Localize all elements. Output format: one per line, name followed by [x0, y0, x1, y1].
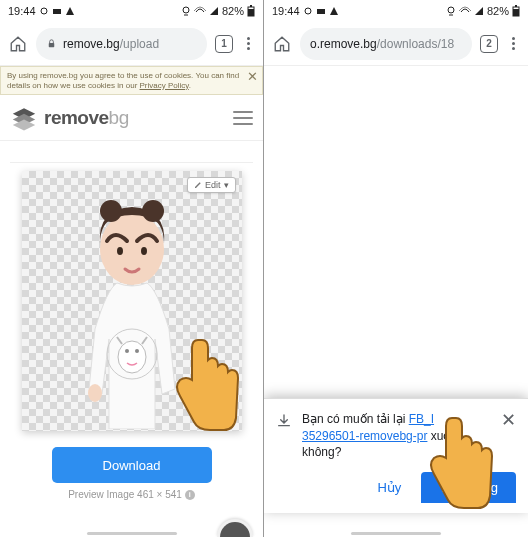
close-icon[interactable]: ✕: [501, 411, 516, 429]
svg-rect-30: [515, 5, 517, 7]
logo-icon: [10, 104, 38, 132]
svg-point-16: [117, 247, 123, 255]
svg-point-0: [41, 8, 47, 14]
browser-bar: remove.bg/upload 1: [0, 22, 263, 66]
svg-point-14: [100, 200, 122, 222]
svg-rect-31: [513, 9, 519, 16]
status-time: 19:44: [272, 5, 300, 17]
svg-rect-9: [49, 43, 55, 47]
pencil-icon: [194, 181, 202, 189]
url-bar[interactable]: remove.bg/upload: [36, 28, 207, 60]
tabs-button[interactable]: 2: [480, 35, 498, 53]
main-content: Edit ▾: [0, 141, 263, 537]
logo[interactable]: removebg: [10, 104, 233, 132]
site-header: removebg: [0, 95, 263, 141]
svg-point-21: [135, 349, 139, 353]
svg-point-17: [141, 247, 147, 255]
privacy-link[interactable]: Privacy Policy: [140, 81, 189, 90]
svg-rect-24: [317, 9, 325, 14]
browser-bar: o.remove.bg/downloads/18 2: [264, 22, 528, 66]
svg-rect-7: [250, 5, 252, 7]
nav-bar-indicator: [87, 532, 177, 535]
svg-point-19: [118, 341, 146, 373]
svg-point-3: [183, 7, 189, 13]
home-icon[interactable]: [8, 35, 28, 53]
svg-marker-25: [330, 7, 338, 15]
svg-marker-2: [66, 7, 74, 15]
status-bar: 19:44 82%: [0, 0, 263, 22]
svg-point-13: [100, 213, 164, 285]
svg-point-15: [142, 200, 164, 222]
preview-text: Preview Image 461 × 541i: [68, 489, 195, 500]
home-icon[interactable]: [272, 35, 292, 53]
url-bar[interactable]: o.remove.bg/downloads/18: [300, 28, 472, 60]
status-battery: 82%: [487, 5, 509, 17]
nav-bar-indicator: [351, 532, 441, 535]
tabs-button[interactable]: 1: [215, 35, 233, 53]
svg-rect-8: [248, 9, 254, 16]
download-confirm-button[interactable]: Tải xuống: [421, 472, 516, 503]
phone-right: 19:44 82% o.remove.bg/downloads/18 2: [264, 0, 528, 537]
phone-left: 19:44 82% remove.bg/upload 1: [0, 0, 264, 537]
more-icon[interactable]: [241, 37, 255, 50]
menu-icon[interactable]: [233, 111, 253, 125]
svg-marker-5: [210, 7, 218, 15]
download-icon: [276, 413, 292, 429]
cancel-button[interactable]: Hủy: [373, 472, 405, 503]
download-prompt-text: Bạn có muốn tải lại FB_I35296501-removeb…: [302, 411, 491, 460]
status-bar: 19:44 82%: [264, 0, 528, 22]
status-battery: 82%: [222, 5, 244, 17]
svg-rect-1: [53, 9, 61, 14]
download-sheet: Bạn có muốn tải lại FB_I35296501-removeb…: [264, 398, 528, 513]
info-icon[interactable]: i: [185, 490, 195, 500]
svg-point-22: [88, 384, 102, 402]
svg-point-20: [125, 349, 129, 353]
download-button[interactable]: Download: [52, 447, 212, 483]
svg-point-26: [448, 7, 454, 13]
cookie-banner: By using remove.bg you agree to the use …: [0, 66, 263, 95]
more-icon[interactable]: [506, 37, 520, 50]
svg-marker-28: [475, 7, 483, 15]
lock-icon: [46, 38, 57, 49]
svg-marker-12: [13, 119, 35, 130]
status-time: 19:44: [8, 5, 36, 17]
person-image: [67, 189, 197, 429]
svg-point-23: [305, 8, 311, 14]
result-canvas: Edit ▾: [22, 171, 242, 431]
cookie-close-icon[interactable]: ✕: [247, 69, 258, 85]
